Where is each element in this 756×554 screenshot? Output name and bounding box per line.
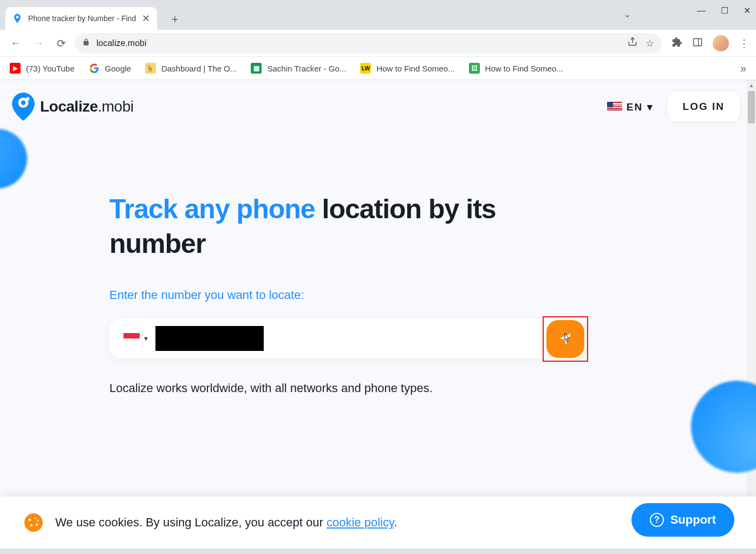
hero-title-highlight: Track any phone (109, 194, 315, 224)
minimize-button[interactable]: — (697, 6, 706, 16)
youtube-icon: ▶ (10, 63, 21, 74)
country-selector[interactable]: ▼ (123, 333, 149, 344)
svg-point-8 (30, 524, 32, 526)
chevron-down-icon: ▼ (143, 335, 149, 342)
phone-input-group: ▼ (109, 318, 586, 359)
hero-title: Track any phone location by its number (109, 192, 586, 261)
bookmarks-overflow-icon[interactable]: » (740, 62, 746, 75)
page-content: ▲ ▼ Localize.mobi EN ▾ LOG IN Track any … (0, 80, 756, 549)
site-header: Localize.mobi EN ▾ LOG IN (0, 80, 756, 121)
back-button[interactable]: ← (6, 34, 25, 53)
forward-button[interactable]: → (29, 34, 48, 53)
bookmark-label: (73) YouTube (26, 64, 75, 73)
profile-avatar[interactable] (713, 35, 729, 51)
svg-point-4 (26, 97, 29, 100)
tab-title: Phone tracker by Number - Find (28, 14, 138, 23)
bookmark-star-icon[interactable]: ☆ (646, 37, 654, 49)
browser-tab[interactable]: Phone tracker by Number - Find ✕ (5, 7, 157, 30)
bookmark-youtube[interactable]: ▶ (73) YouTube (10, 63, 75, 74)
bookmark-lw[interactable]: LW How to Find Someo... (360, 63, 454, 74)
cookie-text: We use cookies. By using Localize, you a… (55, 516, 397, 530)
reload-button[interactable]: ⟳ (52, 34, 70, 53)
new-tab-button[interactable]: + (167, 11, 183, 28)
cookie-policy-link[interactable]: cookie policy (327, 516, 394, 529)
dashboard-icon: 🦌 (145, 63, 156, 74)
tab-favicon-icon (12, 13, 23, 24)
logo-text: Localize.mobi (40, 98, 133, 115)
lw-icon: LW (360, 63, 371, 74)
omnibox-actions: ☆ (627, 36, 654, 50)
login-button[interactable]: LOG IN (668, 92, 740, 121)
svg-point-6 (29, 519, 31, 521)
kebab-menu-icon[interactable]: ⋮ (739, 37, 750, 50)
bookmarks-bar: ▶ (73) YouTube Google 🦌 Dashboard | The … (0, 57, 756, 80)
bookmark-dashboard[interactable]: 🦌 Dashboard | The O... (145, 63, 237, 74)
sheets-icon: ▦ (251, 63, 262, 74)
language-selector[interactable]: EN ▾ (607, 101, 654, 113)
svg-point-7 (34, 517, 36, 519)
submit-highlight (543, 316, 588, 362)
cookie-text-suffix: . (394, 516, 397, 529)
bookmark-image[interactable]: 🖼 How to Find Someo... (469, 63, 563, 74)
extensions-icon[interactable] (672, 37, 682, 50)
close-window-button[interactable]: ✕ (744, 5, 751, 16)
toolbar-right: ⋮ (672, 35, 750, 51)
url-text: localize.mobi (96, 38, 621, 48)
image-icon: 🖼 (469, 63, 480, 74)
bookmark-label: Google (105, 64, 131, 73)
window-controls: — ☐ ✕ (697, 5, 751, 16)
input-prompt: Enter the number you want to locate: (109, 288, 586, 302)
share-icon[interactable] (627, 36, 638, 50)
bookmark-label: How to Find Someo... (485, 64, 563, 73)
support-button[interactable]: ? Support (631, 503, 734, 537)
bookmark-google[interactable]: Google (89, 63, 131, 74)
bookmark-label: How to Find Someo... (376, 64, 454, 73)
language-label: EN ▾ (627, 101, 654, 113)
svg-point-10 (37, 520, 39, 522)
bookmark-label: Sachin Tracker - Go... (267, 64, 346, 73)
lock-icon (82, 38, 90, 48)
cookie-text-prefix: We use cookies. By using Localize, you a… (55, 516, 327, 529)
logo-pin-icon (12, 93, 35, 121)
side-panel-icon[interactable] (692, 37, 703, 50)
decorative-blob (691, 381, 756, 473)
svg-rect-0 (694, 38, 702, 45)
phone-number-input[interactable] (155, 326, 264, 351)
support-label: Support (670, 513, 716, 527)
help-icon: ? (650, 513, 664, 527)
locate-button[interactable] (546, 320, 584, 358)
address-bar[interactable]: localize.mobi ☆ (75, 33, 662, 54)
flag-sg-icon (123, 333, 140, 344)
google-icon (89, 63, 100, 74)
cursor-pointer-icon (562, 332, 572, 349)
flag-us-icon (607, 102, 622, 112)
bookmark-sheets[interactable]: ▦ Sachin Tracker - Go... (251, 63, 346, 74)
bookmark-label: Dashboard | The O... (161, 64, 237, 73)
svg-point-3 (21, 101, 25, 105)
cookie-icon (24, 513, 43, 532)
svg-point-9 (36, 524, 38, 526)
site-logo[interactable]: Localize.mobi (12, 93, 133, 121)
scrollbar[interactable]: ▲ ▼ (747, 80, 756, 549)
decorative-blob (0, 129, 27, 188)
tab-close-icon[interactable]: ✕ (141, 14, 151, 23)
hero-section: Track any phone location by its number E… (109, 192, 586, 395)
tabs-dropdown-caret[interactable]: ⌄ (623, 8, 631, 20)
maximize-button[interactable]: ☐ (721, 5, 728, 16)
browser-toolbar: ← → ⟳ localize.mobi ☆ ⋮ (0, 30, 756, 57)
hero-subtext: Localize works worldwide, with all netwo… (109, 381, 586, 395)
browser-tab-strip: ⌄ — ☐ ✕ Phone tracker by Number - Find ✕… (0, 0, 756, 30)
header-actions: EN ▾ LOG IN (607, 92, 740, 121)
